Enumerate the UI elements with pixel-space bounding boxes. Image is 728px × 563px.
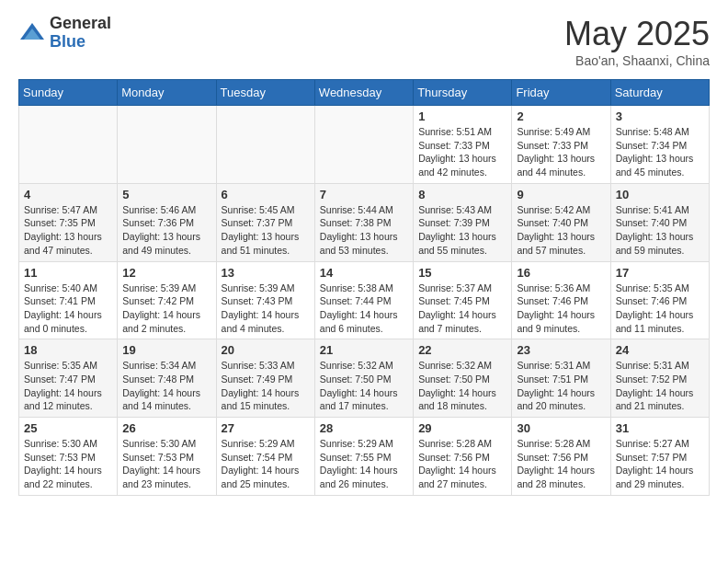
day-number: 19 [122, 343, 210, 357]
calendar-header-sunday: Sunday [19, 80, 118, 106]
header: General Blue May 2025 Bao'an, Shaanxi, C… [18, 15, 710, 68]
calendar-cell: 5Sunrise: 5:46 AM Sunset: 7:36 PM Daylig… [118, 183, 216, 261]
calendar-cell: 15Sunrise: 5:37 AM Sunset: 7:45 PM Dayli… [414, 261, 512, 339]
day-number: 22 [418, 343, 506, 357]
calendar-cell: 29Sunrise: 5:28 AM Sunset: 7:56 PM Dayli… [414, 418, 512, 496]
day-number: 17 [616, 266, 704, 280]
day-number: 13 [222, 266, 310, 280]
day-info: Sunrise: 5:31 AM Sunset: 7:51 PM Dayligh… [517, 359, 605, 413]
calendar-cell: 30Sunrise: 5:28 AM Sunset: 7:56 PM Dayli… [512, 418, 610, 496]
calendar: SundayMondayTuesdayWednesdayThursdayFrid… [18, 79, 710, 496]
day-info: Sunrise: 5:33 AM Sunset: 7:49 PM Dayligh… [222, 359, 310, 413]
calendar-header-saturday: Saturday [610, 80, 709, 106]
day-info: Sunrise: 5:44 AM Sunset: 7:38 PM Dayligh… [320, 203, 408, 258]
day-number: 25 [24, 421, 112, 435]
day-number: 23 [517, 343, 605, 357]
day-number: 6 [222, 188, 310, 201]
day-info: Sunrise: 5:35 AM Sunset: 7:47 PM Dayligh… [24, 359, 112, 413]
calendar-week-row: 25Sunrise: 5:30 AM Sunset: 7:53 PM Dayli… [19, 418, 710, 496]
calendar-cell: 6Sunrise: 5:45 AM Sunset: 7:37 PM Daylig… [216, 183, 314, 261]
day-number: 5 [122, 188, 210, 201]
calendar-week-row: 11Sunrise: 5:40 AM Sunset: 7:41 PM Dayli… [19, 261, 710, 339]
day-number: 31 [616, 421, 704, 435]
day-info: Sunrise: 5:29 AM Sunset: 7:54 PM Dayligh… [222, 437, 310, 491]
day-info: Sunrise: 5:48 AM Sunset: 7:34 PM Dayligh… [616, 125, 704, 179]
day-info: Sunrise: 5:39 AM Sunset: 7:42 PM Dayligh… [122, 282, 210, 336]
calendar-week-row: 4Sunrise: 5:47 AM Sunset: 7:35 PM Daylig… [19, 183, 710, 261]
day-number: 21 [320, 343, 408, 357]
calendar-cell: 13Sunrise: 5:39 AM Sunset: 7:43 PM Dayli… [216, 261, 314, 339]
day-info: Sunrise: 5:29 AM Sunset: 7:55 PM Dayligh… [320, 437, 408, 491]
day-number: 30 [517, 421, 605, 435]
calendar-header-friday: Friday [512, 80, 610, 106]
day-info: Sunrise: 5:38 AM Sunset: 7:44 PM Dayligh… [320, 282, 408, 336]
calendar-cell: 2Sunrise: 5:49 AM Sunset: 7:33 PM Daylig… [512, 106, 610, 184]
calendar-header-tuesday: Tuesday [216, 80, 314, 106]
calendar-header-row: SundayMondayTuesdayWednesdayThursdayFrid… [19, 80, 710, 106]
day-number: 20 [222, 343, 310, 357]
calendar-cell: 25Sunrise: 5:30 AM Sunset: 7:53 PM Dayli… [19, 418, 118, 496]
calendar-cell: 20Sunrise: 5:33 AM Sunset: 7:49 PM Dayli… [216, 339, 314, 418]
calendar-cell: 26Sunrise: 5:30 AM Sunset: 7:53 PM Dayli… [118, 418, 216, 496]
logo: General Blue [18, 15, 111, 52]
calendar-cell: 9Sunrise: 5:42 AM Sunset: 7:40 PM Daylig… [512, 183, 610, 261]
day-number: 3 [616, 109, 704, 123]
calendar-cell: 23Sunrise: 5:31 AM Sunset: 7:51 PM Dayli… [512, 339, 610, 418]
day-info: Sunrise: 5:30 AM Sunset: 7:53 PM Dayligh… [122, 437, 210, 491]
calendar-cell: 12Sunrise: 5:39 AM Sunset: 7:42 PM Dayli… [118, 261, 216, 339]
calendar-header-monday: Monday [118, 80, 216, 106]
calendar-cell: 16Sunrise: 5:36 AM Sunset: 7:46 PM Dayli… [512, 261, 610, 339]
calendar-week-row: 1Sunrise: 5:51 AM Sunset: 7:33 PM Daylig… [19, 106, 710, 184]
day-info: Sunrise: 5:27 AM Sunset: 7:57 PM Dayligh… [616, 437, 704, 491]
day-info: Sunrise: 5:32 AM Sunset: 7:50 PM Dayligh… [320, 359, 408, 413]
day-info: Sunrise: 5:28 AM Sunset: 7:56 PM Dayligh… [418, 437, 506, 491]
day-number: 26 [122, 421, 210, 435]
day-number: 14 [320, 266, 408, 280]
day-info: Sunrise: 5:47 AM Sunset: 7:35 PM Dayligh… [24, 203, 112, 258]
day-info: Sunrise: 5:31 AM Sunset: 7:52 PM Dayligh… [616, 359, 704, 413]
location: Bao'an, Shaanxi, China [564, 53, 710, 68]
day-number: 29 [418, 421, 506, 435]
day-number: 1 [418, 109, 506, 123]
day-number: 9 [517, 188, 605, 201]
calendar-cell: 1Sunrise: 5:51 AM Sunset: 7:33 PM Daylig… [414, 106, 512, 184]
calendar-cell: 19Sunrise: 5:34 AM Sunset: 7:48 PM Dayli… [118, 339, 216, 418]
day-number: 10 [616, 188, 704, 201]
calendar-cell: 27Sunrise: 5:29 AM Sunset: 7:54 PM Dayli… [216, 418, 314, 496]
day-info: Sunrise: 5:41 AM Sunset: 7:40 PM Dayligh… [616, 203, 704, 258]
day-info: Sunrise: 5:36 AM Sunset: 7:46 PM Dayligh… [517, 282, 605, 336]
day-info: Sunrise: 5:32 AM Sunset: 7:50 PM Dayligh… [418, 359, 506, 413]
calendar-header-wednesday: Wednesday [314, 80, 413, 106]
page: General Blue May 2025 Bao'an, Shaanxi, C… [0, 0, 728, 511]
calendar-cell: 18Sunrise: 5:35 AM Sunset: 7:47 PM Dayli… [19, 339, 118, 418]
day-info: Sunrise: 5:45 AM Sunset: 7:37 PM Dayligh… [222, 203, 310, 258]
calendar-cell [216, 106, 314, 184]
logo-icon [18, 19, 46, 47]
calendar-cell: 24Sunrise: 5:31 AM Sunset: 7:52 PM Dayli… [610, 339, 709, 418]
calendar-cell [19, 106, 118, 184]
day-info: Sunrise: 5:49 AM Sunset: 7:33 PM Dayligh… [517, 125, 605, 179]
logo-general: General [50, 15, 111, 33]
day-info: Sunrise: 5:30 AM Sunset: 7:53 PM Dayligh… [24, 437, 112, 491]
calendar-cell: 28Sunrise: 5:29 AM Sunset: 7:55 PM Dayli… [314, 418, 413, 496]
day-number: 7 [320, 188, 408, 201]
day-number: 24 [616, 343, 704, 357]
day-number: 18 [24, 343, 112, 357]
calendar-week-row: 18Sunrise: 5:35 AM Sunset: 7:47 PM Dayli… [19, 339, 710, 418]
calendar-cell: 31Sunrise: 5:27 AM Sunset: 7:57 PM Dayli… [610, 418, 709, 496]
day-info: Sunrise: 5:28 AM Sunset: 7:56 PM Dayligh… [517, 437, 605, 491]
day-number: 16 [517, 266, 605, 280]
day-number: 11 [24, 266, 112, 280]
day-number: 28 [320, 421, 408, 435]
day-info: Sunrise: 5:34 AM Sunset: 7:48 PM Dayligh… [122, 359, 210, 413]
calendar-cell: 3Sunrise: 5:48 AM Sunset: 7:34 PM Daylig… [610, 106, 709, 184]
calendar-header-thursday: Thursday [414, 80, 512, 106]
day-info: Sunrise: 5:42 AM Sunset: 7:40 PM Dayligh… [517, 203, 605, 258]
calendar-cell: 4Sunrise: 5:47 AM Sunset: 7:35 PM Daylig… [19, 183, 118, 261]
calendar-cell: 17Sunrise: 5:35 AM Sunset: 7:46 PM Dayli… [610, 261, 709, 339]
calendar-cell: 14Sunrise: 5:38 AM Sunset: 7:44 PM Dayli… [314, 261, 413, 339]
calendar-cell: 8Sunrise: 5:43 AM Sunset: 7:39 PM Daylig… [414, 183, 512, 261]
calendar-cell: 22Sunrise: 5:32 AM Sunset: 7:50 PM Dayli… [414, 339, 512, 418]
day-info: Sunrise: 5:37 AM Sunset: 7:45 PM Dayligh… [418, 282, 506, 336]
day-info: Sunrise: 5:46 AM Sunset: 7:36 PM Dayligh… [122, 203, 210, 258]
